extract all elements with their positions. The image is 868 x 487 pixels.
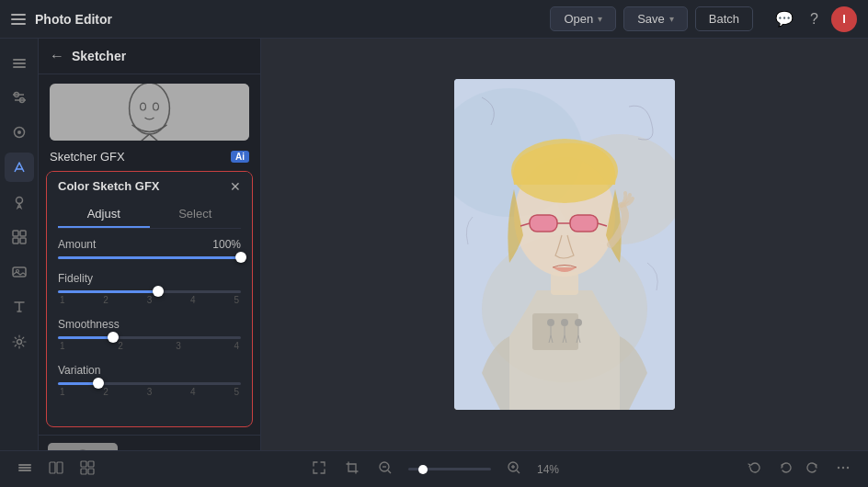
fidelity-slider-fill (58, 290, 158, 293)
svg-rect-61 (88, 461, 94, 467)
avatar[interactable]: I (831, 6, 857, 32)
zoom-slider-container (408, 468, 491, 470)
rail-grid-icon[interactable] (5, 222, 34, 252)
open-arrow-icon: ▾ (598, 14, 602, 24)
svg-point-33 (547, 319, 554, 326)
svg-rect-2 (13, 66, 26, 68)
fidelity-slider-track (58, 290, 241, 293)
tab-select[interactable]: Select (150, 201, 242, 228)
smoothness-slider-track (58, 336, 241, 339)
gfx-tabs: Adjust Select (58, 201, 241, 229)
rail-effects-icon[interactable] (5, 153, 34, 182)
zoom-thumb[interactable] (418, 465, 428, 474)
apply-button[interactable]: Apply (154, 426, 242, 427)
rotate-left-icon[interactable] (745, 458, 765, 481)
svg-point-8 (17, 130, 21, 134)
svg-rect-55 (18, 464, 31, 466)
zoom-value: 14% (537, 463, 559, 476)
rail-adjust-icon[interactable] (5, 83, 34, 112)
batch-button[interactable]: Batch (695, 6, 753, 31)
amount-slider-fill (58, 256, 241, 259)
smoothness-slider-row: Smoothness 1 2 3 4 (58, 318, 241, 351)
svg-rect-13 (13, 238, 18, 244)
amount-slider-thumb[interactable] (235, 252, 246, 263)
svg-point-72 (842, 467, 844, 469)
rail-settings-icon[interactable] (5, 327, 34, 357)
back-button[interactable]: ← (50, 48, 64, 64)
open-button[interactable]: Open ▾ (550, 6, 616, 31)
sketcher-label-row: Sketcher GFX Ai (39, 146, 260, 171)
smoothness-label: Smoothness (58, 318, 120, 331)
smoothness-slider-thumb[interactable] (108, 332, 119, 343)
variation-slider-track (58, 382, 241, 385)
fit-screen-icon[interactable] (309, 458, 329, 481)
sketcher-thumbnail (50, 84, 249, 141)
zoom-out-icon[interactable] (375, 458, 395, 481)
variation-slider-thumb[interactable] (93, 378, 104, 389)
rail-photo-icon[interactable] (5, 257, 34, 287)
svg-rect-14 (20, 238, 26, 244)
svg-point-17 (17, 340, 21, 345)
gfx-buttons: Cancel Apply (47, 419, 252, 427)
fidelity-slider-thumb[interactable] (153, 286, 164, 297)
menu-icon[interactable] (11, 14, 26, 25)
zoom-in-icon[interactable] (504, 458, 524, 481)
redo-icon[interactable] (804, 458, 824, 481)
svg-rect-56 (18, 467, 31, 469)
rail-text-icon[interactable] (5, 292, 34, 322)
undo-icon[interactable] (774, 458, 794, 481)
bottom-right (745, 458, 853, 481)
amount-slider-row: Amount 100% (58, 238, 241, 259)
comment-icon[interactable]: 💬 (771, 6, 797, 31)
panel-header: ← Sketcher (39, 39, 260, 74)
fidelity-slider-row: Fidelity 1 2 3 4 5 (58, 272, 241, 305)
grid-view-icon[interactable] (77, 458, 97, 481)
ai-badge: Ai (231, 151, 249, 163)
svg-rect-60 (81, 461, 86, 467)
crop-icon[interactable] (342, 458, 362, 481)
layers-toggle-icon[interactable] (15, 458, 35, 481)
svg-rect-63 (88, 469, 94, 474)
sliders-area: Amount 100% Fidelity (47, 229, 252, 419)
amount-label: Amount (58, 238, 96, 251)
save-button[interactable]: Save ▾ (623, 6, 688, 31)
fidelity-slider-container: 1 2 3 4 5 (58, 290, 241, 305)
topbar: Photo Editor Open ▾ Save ▾ Batch 💬 ? I (0, 0, 868, 39)
panel-title: Sketcher (72, 49, 126, 63)
svg-rect-32 (532, 313, 578, 350)
zoom-track (408, 468, 491, 470)
cancel-button[interactable]: Cancel (58, 426, 147, 427)
smoothness-slider-container: 1 2 3 4 (58, 336, 241, 351)
svg-rect-24 (48, 443, 118, 450)
variation-ticks: 1 2 3 4 5 (58, 387, 241, 397)
more-icon[interactable] (833, 458, 853, 481)
gfx-close-button[interactable]: ✕ (230, 179, 241, 194)
smoothness-slider-fill (58, 336, 113, 339)
tab-adjust[interactable]: Adjust (58, 201, 150, 228)
svg-rect-11 (13, 231, 18, 236)
rail-layers-icon[interactable] (5, 48, 34, 77)
svg-point-35 (575, 319, 582, 326)
variation-slider-container: 1 2 3 4 5 (58, 382, 241, 397)
sketcher-gfx-label: Sketcher GFX (50, 150, 125, 164)
app-title: Photo Editor (35, 12, 112, 27)
svg-rect-49 (570, 215, 598, 232)
svg-point-73 (847, 467, 849, 469)
svg-point-71 (838, 467, 839, 469)
svg-point-34 (561, 319, 568, 326)
svg-rect-58 (50, 462, 55, 473)
help-icon[interactable]: ? (806, 7, 822, 31)
gfx-card-header: Color Sketch GFX ✕ (47, 172, 252, 201)
compare-icon[interactable] (46, 458, 66, 481)
svg-rect-1 (13, 62, 26, 64)
fidelity-label: Fidelity (58, 272, 93, 285)
rail-brush-icon[interactable] (5, 187, 34, 217)
thumb-item-1[interactable] (48, 443, 118, 450)
canvas-image (454, 79, 675, 410)
bottom-center: 14% (309, 458, 559, 481)
smoothness-ticks: 1 2 3 4 (58, 341, 241, 351)
svg-rect-62 (81, 469, 86, 474)
svg-rect-15 (13, 267, 26, 277)
rail-preview-icon[interactable] (5, 118, 34, 147)
canvas-area (261, 39, 868, 450)
